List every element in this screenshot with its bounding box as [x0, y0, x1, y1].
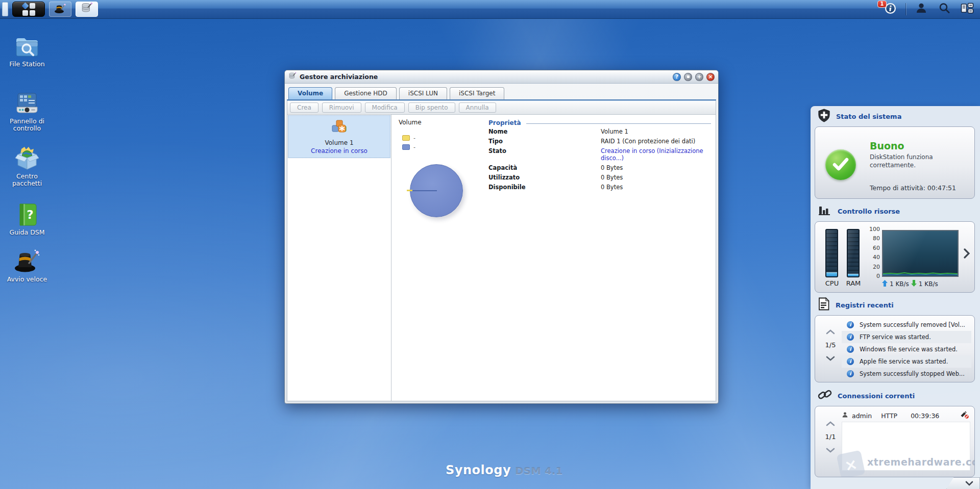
window-minimize-button[interactable] — [684, 73, 692, 81]
search-button[interactable] — [937, 2, 952, 17]
tab-gestione-hdd[interactable]: Gestione HDD — [335, 87, 397, 99]
tab-strip: Volume Gestione HDD iSCSI LUN iSCSI Targ… — [287, 84, 716, 100]
taskbar-app-storage-manager[interactable] — [76, 2, 98, 17]
log-document-icon — [818, 297, 830, 313]
disconnect-icon[interactable] — [960, 410, 969, 421]
widgets-panel-icon — [961, 3, 974, 16]
tab-iscsi-lun[interactable]: iSCSI LUN — [399, 87, 447, 99]
connections-page-up-chevron[interactable] — [826, 419, 835, 428]
notifications-button[interactable]: 1 — [883, 2, 898, 17]
tray-separator — [905, 3, 906, 15]
main-menu-button[interactable] — [12, 2, 45, 17]
connection-row: admin HTTP 00:39:36 — [842, 410, 969, 421]
volume-section-label: Volume — [399, 119, 422, 126]
volume-status: Creazione in corso — [290, 147, 388, 155]
svg-text:?: ? — [27, 208, 33, 221]
system-health-card: Buono DiskStation funziona correttamente… — [815, 126, 975, 199]
window-title: Gestore archiviazione — [300, 73, 670, 81]
open-resource-monitor-chevron[interactable] — [964, 248, 970, 261]
log-row: iFTP service was started. — [842, 331, 971, 343]
property-row: Capacità 0 Bytes — [488, 163, 711, 172]
log-row: iApple file service was started. — [842, 355, 971, 368]
capacity-pie-chart — [410, 164, 463, 217]
logs-page-up-chevron[interactable] — [826, 327, 835, 337]
connection-user: admin — [852, 412, 872, 420]
connection-protocol: HTTP — [881, 412, 897, 420]
tab-iscsi-target[interactable]: iSCSI Target — [450, 87, 504, 99]
resource-monitor-header: Controllo risorse — [811, 204, 980, 218]
widgets-panel-button[interactable] — [960, 2, 975, 17]
xtremehardware-watermark: xtremehardware.com — [867, 456, 975, 468]
window-maximize-button[interactable]: + — [695, 73, 703, 81]
window-body: Volume Gestione HDD iSCSI LUN iSCSI Targ… — [285, 84, 718, 403]
package-center-icon — [2, 145, 52, 170]
connections-page-down-chevron[interactable] — [826, 445, 835, 455]
taskbar-app-quick-start[interactable] — [49, 2, 71, 17]
sidebar-collapse-tab[interactable] — [946, 477, 980, 489]
user-icon — [915, 2, 927, 16]
window-help-button[interactable]: ? — [673, 73, 681, 81]
property-row: Utilizzato 0 Bytes — [488, 172, 711, 182]
legend-swatch-blue — [402, 144, 410, 150]
control-panel-icon — [2, 90, 52, 115]
chain-link-icon — [818, 388, 832, 404]
main-menu-icon — [22, 3, 35, 16]
properties-title: Proprietà — [488, 119, 521, 126]
rimuovi-button[interactable]: Rimuovi — [322, 102, 361, 113]
uptime-text: Tempo di attività: 00:47:51 — [870, 184, 956, 192]
property-row: Disponibile 0 Bytes — [488, 182, 711, 192]
volume-detail-panel: Volume - - Proprietà — [391, 115, 716, 401]
info-icon: i — [847, 358, 854, 365]
desktop-icon-file-station[interactable]: File Station — [2, 33, 52, 68]
pie-yellow-slice — [407, 190, 412, 191]
desktop-icon-control-panel[interactable]: Pannello di controllo — [2, 90, 52, 133]
log-row: iSystem successfully removed [Vol... — [842, 319, 971, 331]
cpu-label: CPU — [821, 279, 843, 287]
pie-radius-line — [411, 190, 437, 191]
modifica-button[interactable]: Modifica — [365, 102, 405, 113]
network-throughput-graph — [882, 230, 959, 277]
health-description: DiskStation funziona correttamente. — [870, 153, 964, 169]
show-desktop-button[interactable] — [2, 2, 8, 16]
bip-spento-button[interactable]: Bip spento — [408, 102, 455, 113]
properties-divider — [526, 123, 711, 124]
recent-logs-card: 1/5 iSystem successfully removed [Vol...… — [815, 315, 975, 382]
ram-gauge — [847, 229, 860, 277]
notification-badge: 1 — [877, 1, 887, 8]
file-station-icon — [2, 33, 52, 58]
info-icon: i — [847, 370, 854, 377]
status-in-progress-text: Creazione in corso (Inizializzazione dis… — [601, 147, 711, 162]
window-close-button[interactable]: × — [706, 73, 715, 81]
annulla-button[interactable]: Annulla — [459, 102, 496, 113]
tab-volume[interactable]: Volume — [288, 87, 332, 99]
window-titlebar[interactable]: Gestore archiviazione ? + × — [285, 70, 718, 84]
desktop-icon-label: Guida DSM — [2, 229, 52, 236]
connections-header: Connessioni correnti — [811, 389, 980, 403]
search-icon — [938, 2, 950, 16]
desktop-icon-label: File Station — [2, 61, 52, 68]
upload-speed: 1 KB/s — [890, 280, 909, 288]
crea-button[interactable]: Crea — [290, 102, 318, 113]
volume-content: Volume 1 Creazione in corso Volume - - — [287, 115, 716, 401]
desktop-icon-dsm-help[interactable]: ? Guida DSM — [2, 201, 52, 236]
health-status: Buono — [870, 140, 904, 151]
brand-logo-text: Synology — [446, 463, 511, 477]
resource-monitor-card: CPU RAM 100 80 60 40 20 0 1 KB/s — [815, 221, 975, 293]
property-row: Nome Volume 1 — [488, 126, 711, 136]
desktop-icon-quick-start[interactable]: Avvio veloce — [2, 248, 52, 283]
desktop-icon-label: Centro pacchetti — [2, 173, 52, 188]
desktop-icon-label: Pannello di controllo — [2, 118, 52, 133]
logs-page-indicator: 1/5 — [825, 341, 836, 349]
properties-section: Proprietà Nome Volume 1 Tipo RAID 1 (Con… — [488, 119, 711, 192]
logs-page-down-chevron[interactable] — [826, 353, 835, 363]
bar-chart-icon — [818, 204, 832, 218]
legend-label: - — [413, 144, 415, 150]
connections-pager: 1/1 — [821, 419, 840, 477]
download-arrow-icon — [911, 280, 917, 288]
volume-toolbar: Crea Rimuovi Modifica Bip spento Annulla — [287, 100, 716, 115]
info-icon: i — [847, 333, 854, 341]
user-account-button[interactable] — [914, 2, 929, 17]
desktop-icon-package-center[interactable]: Centro pacchetti — [2, 145, 52, 188]
volume-list-item-selected[interactable]: Volume 1 Creazione in corso — [288, 115, 390, 158]
legend-label: - — [413, 135, 415, 141]
